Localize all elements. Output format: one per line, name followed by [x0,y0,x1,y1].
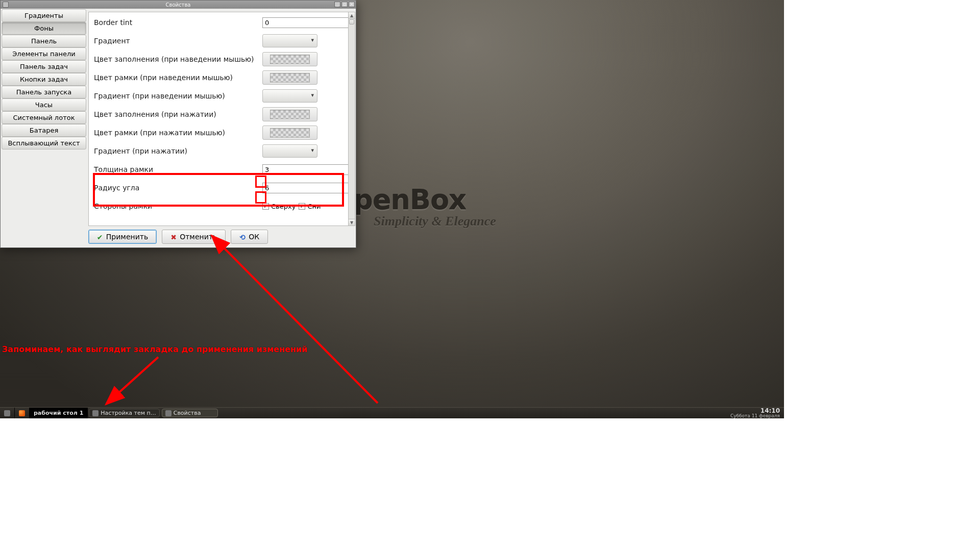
taskbar-task[interactable]: Настройка тем п… [89,409,159,417]
color-button[interactable] [262,70,317,85]
checkbox-item[interactable]: ✓Сни [299,203,321,210]
scroll-up-button[interactable]: ▲ [349,12,355,19]
workspace-text: рабочий стол 1 [34,410,83,416]
field-label: Цвет рамки (при наведении мышью) [94,73,259,82]
window-icon [92,410,99,416]
category-sidebar: ГрадиентыФоныПанельЭлементы панелиПанель… [1,9,87,226]
field-label: Радиус угла [94,184,259,192]
sidebar-item-4[interactable]: Панель задач [2,60,86,73]
scroll-down-button[interactable]: ▼ [349,219,355,226]
form-panel: Border tint▲▼ГрадиентЦвет заполнения (пр… [88,12,349,226]
maximize-button[interactable]: ▫ [341,2,348,7]
combo-box[interactable] [262,144,317,158]
taskbar-task[interactable]: Свойства [162,409,218,417]
checker-swatch-icon [270,73,310,83]
spinbox[interactable]: ▲▼ [262,183,349,193]
field-label: Цвет заполнения (при нажатии) [94,110,259,118]
workspace-label[interactable]: рабочий стол 1 [30,408,88,418]
field-label: Border tint [94,18,259,27]
color-button[interactable] [262,107,317,121]
field-label: Градиент (при нажатии) [94,147,259,155]
taskbar-menu-button[interactable] [0,408,15,418]
sidebar-item-7[interactable]: Часы [2,98,86,111]
titlebar[interactable]: Свойства _ ▫ × [1,1,356,9]
task-label: Настройка тем п… [101,410,156,416]
minimize-button[interactable]: _ [334,2,340,7]
field-label: Толщина рамки [94,165,259,173]
checker-swatch-icon [270,55,310,64]
checkbox-icon: ✓ [299,203,305,210]
sidebar-item-10[interactable]: Всплывающий текст [2,137,86,149]
field-label: Стороны рамки [94,202,259,210]
menu-icon [4,410,10,416]
checkbox-label: Сверху [271,203,296,210]
sidebar-item-8[interactable]: Системный лоток [2,111,86,124]
brand-title: penBox [353,184,496,216]
ok-icon: ⟲ [239,233,247,240]
checkbox-label: Сни [307,203,321,210]
apply-label: Применить [106,233,148,241]
annotation-text: Запоминаем, как выглядит закладка до при… [2,344,308,354]
checkbox-icon: ✓ [262,203,269,210]
field-label: Градиент [94,37,259,45]
spinbox-input[interactable] [263,183,349,193]
spinbox[interactable]: ▲▼ [262,17,349,28]
task-label: Свойства [174,410,201,416]
field-label: Цвет рамки (при нажатии мышью) [94,129,259,137]
apply-button[interactable]: ✔ Применить [88,230,157,244]
brand-subtitle: Simplicity & Elegance [374,214,496,229]
vertical-scrollbar[interactable]: ▲ ▼ [348,12,355,226]
window-icon [165,410,172,416]
sidebar-item-2[interactable]: Панель [2,35,86,47]
sidebar-item-5[interactable]: Кнопки задач [2,73,86,86]
clock-time: 14:10 [730,408,780,413]
spinbox-input[interactable] [263,18,349,28]
firefox-icon [19,410,25,416]
check-icon: ✔ [97,233,104,240]
cancel-button[interactable]: ✖ Отменить [162,230,226,244]
combo-box[interactable] [262,34,317,47]
field-label: Цвет заполнения (при наведении мышью) [94,55,259,63]
window-title: Свойства [1,2,356,8]
taskbar-firefox-launcher[interactable] [15,408,30,418]
window-menu-icon[interactable] [3,2,9,8]
sidebar-item-6[interactable]: Панель запуска [2,86,86,98]
svg-line-1 [212,236,378,403]
cancel-icon: ✖ [170,233,178,240]
spinbox[interactable]: ▲▼ [262,164,349,175]
field-label: Градиент (при наведении мышью) [94,92,259,100]
color-button[interactable] [262,52,317,66]
sidebar-item-9[interactable]: Батарея [2,124,86,137]
color-button[interactable] [262,126,317,140]
spinbox-input[interactable] [263,165,349,174]
sidebar-item-1[interactable]: Фоны [2,22,86,35]
sidebar-item-3[interactable]: Элементы панели [2,47,86,60]
ok-label: ОК [249,233,259,241]
svg-line-2 [106,357,158,404]
ok-button[interactable]: ⟲ ОК [231,230,268,244]
scroll-thumb[interactable] [349,19,354,24]
checkbox-item[interactable]: ✓Сверху [262,203,296,210]
taskbar: рабочий стол 1 Настройка тем п…Свойства … [0,407,784,418]
cancel-label: Отменить [180,233,217,241]
checker-swatch-icon [270,128,310,138]
properties-window: Свойства _ ▫ × ГрадиентыФоныПанельЭлемен… [0,0,356,248]
checker-swatch-icon [270,110,310,119]
sidebar-item-0[interactable]: Градиенты [2,9,86,22]
close-button[interactable]: × [349,2,355,7]
clock-date: Суббота 11 февраля [730,413,780,418]
combo-box[interactable] [262,89,317,103]
clock-area[interactable]: 14:10 Суббота 11 февраля [726,408,784,418]
